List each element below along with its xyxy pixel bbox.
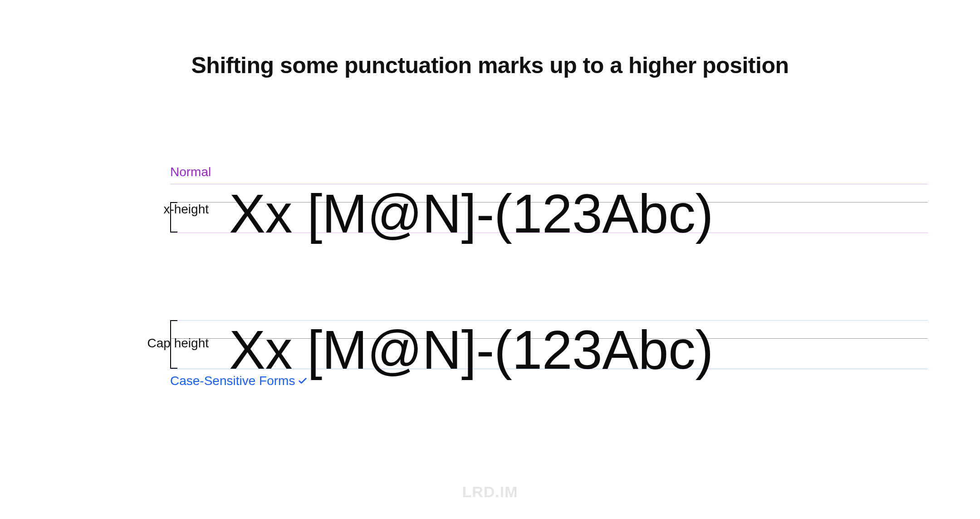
page-title: Shifting some punctuation marks up to a … [0, 52, 980, 79]
watermark: LRD.IM [0, 483, 980, 501]
sample-text-case: Xx [M@N]-(123Abc) [229, 318, 713, 381]
normal-sample-row: Normal Xx [M@N]-(123Abc) [170, 184, 928, 243]
cap-height-label: Cap height [147, 336, 209, 351]
check-icon [298, 376, 308, 386]
case-sensitive-label-text: Case-Sensitive Forms [170, 374, 295, 388]
normal-label: Normal [170, 165, 211, 179]
case-sensitive-label: Case-Sensitive Forms [170, 374, 308, 388]
case-sensitive-sample-row: Xx [M@N]-(123Abc) Case-Sensitive Forms [170, 320, 928, 379]
x-height-label: x-height [163, 202, 209, 217]
sample-text-normal: Xx [M@N]-(123Abc) [229, 182, 713, 245]
